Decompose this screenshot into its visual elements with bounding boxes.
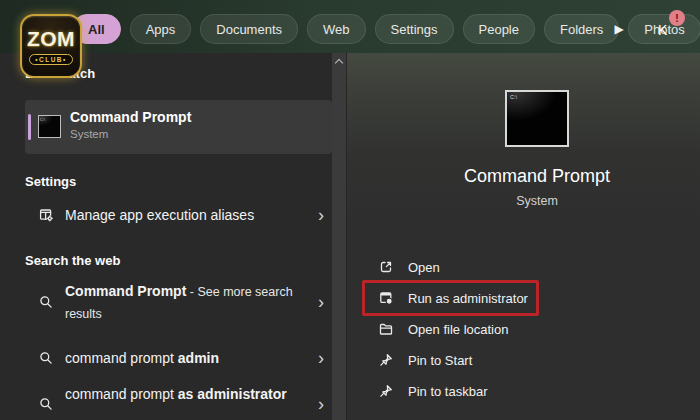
search-icon	[38, 294, 54, 310]
command-prompt-icon-large: C:\	[505, 90, 569, 147]
preview-app-subtitle: System	[347, 194, 700, 208]
action-label: Run as administrator	[408, 291, 528, 306]
filter-tab-documents[interactable]: Documents	[200, 14, 298, 44]
web-result-command-prompt-as-administrator[interactable]: command prompt as administrator ›	[25, 382, 332, 420]
preview-panel: C:\ Command Prompt System Open	[347, 53, 700, 420]
zom-club-label: •CLUB•	[29, 54, 73, 65]
action-open-file-location[interactable]: Open file location	[365, 314, 536, 344]
search-the-web-header: Search the web	[25, 253, 120, 268]
pin-icon	[378, 352, 394, 368]
filter-tab-people[interactable]: People	[463, 14, 535, 44]
filter-tab-settings[interactable]: Settings	[375, 14, 454, 44]
notification-badge: !	[669, 10, 685, 26]
action-open[interactable]: Open	[365, 252, 536, 282]
preview-app-title: Command Prompt	[347, 166, 700, 187]
filter-tab-apps[interactable]: Apps	[130, 14, 192, 44]
action-pin-to-taskbar[interactable]: Pin to taskbar	[365, 376, 536, 406]
action-list: Open Run as administrator	[365, 252, 536, 407]
web-query-bold: Command Prompt	[65, 283, 186, 299]
selection-accent-bar	[28, 114, 31, 140]
web-result-command-prompt-admin[interactable]: command prompt admin ›	[25, 344, 332, 374]
command-prompt-icon: C:\	[38, 115, 61, 138]
action-label: Open	[408, 260, 440, 275]
settings-result-manage-app-execution-aliases[interactable]: Manage app execution aliases ›	[25, 200, 332, 230]
open-external-icon	[378, 259, 394, 275]
search-results-panel: Best match C:\ Command Prompt System Set…	[0, 53, 332, 420]
results-scrollbar[interactable]	[332, 53, 347, 420]
web-query-bold: as administrator	[178, 386, 287, 402]
chevron-right-icon: ›	[318, 396, 324, 412]
web-query-prefix: command prompt	[65, 386, 178, 402]
action-label: Pin to Start	[408, 353, 472, 368]
best-match-subtitle: System	[70, 128, 191, 140]
search-icon	[38, 350, 54, 366]
folder-icon	[378, 321, 394, 337]
action-label: Open file location	[408, 322, 508, 337]
search-icon	[38, 396, 54, 412]
best-match-result-command-prompt[interactable]: C:\ Command Prompt System	[25, 100, 332, 154]
web-query-prefix: command prompt	[65, 350, 178, 366]
zom-logo-text: ZOM	[27, 27, 75, 51]
settings-section-header: Settings	[25, 174, 76, 189]
user-avatar[interactable]: K !	[656, 16, 686, 42]
app-settings-icon	[38, 207, 54, 223]
web-result-see-more[interactable]: Command Prompt - See more search results…	[25, 280, 332, 324]
best-match-title: Command Prompt	[70, 109, 191, 125]
run-as-admin-icon	[378, 290, 394, 306]
search-filter-bar: All Apps Documents Web Settings People F…	[0, 0, 700, 53]
zom-club-logo: ZOM •CLUB•	[20, 14, 82, 78]
action-pin-to-start[interactable]: Pin to Start	[365, 345, 536, 375]
settings-result-label: Manage app execution aliases	[65, 205, 254, 225]
chevron-right-icon: ›	[318, 207, 324, 223]
action-label: Pin to taskbar	[408, 384, 488, 399]
action-run-as-administrator[interactable]: Run as administrator	[362, 280, 539, 316]
pin-icon	[378, 383, 394, 399]
scroll-up-icon[interactable]	[335, 59, 343, 67]
more-filters-button[interactable]: ▶	[606, 16, 632, 42]
windows-search-window: All Apps Documents Web Settings People F…	[0, 0, 700, 420]
chevron-right-icon: ›	[318, 294, 324, 310]
user-initial: K	[658, 22, 667, 38]
web-query-bold: admin	[178, 350, 219, 366]
play-arrow-icon: ▶	[614, 22, 623, 36]
chevron-right-icon: ›	[318, 350, 324, 366]
filter-tab-web[interactable]: Web	[307, 14, 366, 44]
